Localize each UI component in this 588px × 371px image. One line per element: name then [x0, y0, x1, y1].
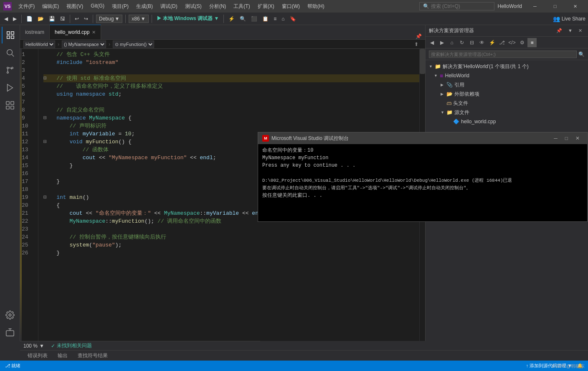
console-close[interactable]: ✕	[572, 135, 583, 142]
status-ready: 就绪	[11, 363, 20, 369]
se-pin-btn[interactable]: 📌	[554, 27, 565, 34]
activity-settings[interactable]	[2, 307, 18, 323]
collapse-all-btn[interactable]: ⬆	[411, 41, 422, 47]
se-toolbar: ◀ ▶ ⌂ ↻ ⊟ 👁 ⚡ ⎇ </> ⚙ ■	[426, 37, 588, 48]
tab-hello-world-close[interactable]: ✕	[92, 30, 96, 35]
close-button[interactable]: ✕	[565, 0, 585, 13]
activity-run[interactable]	[2, 79, 18, 96]
toolbar-save-all[interactable]: 🖫	[58, 15, 67, 23]
tree-sources[interactable]: ▼ 📁 源文件	[426, 108, 588, 117]
toolbar-forward[interactable]: ▶	[11, 15, 18, 23]
menu-ext[interactable]: 扩展(X)	[254, 1, 278, 12]
toolbar-search2[interactable]: 🔍	[238, 15, 248, 23]
se-search-icon[interactable]: 🔍	[578, 51, 585, 57]
menu-file[interactable]: 文件(F)	[15, 1, 38, 12]
se-search-input[interactable]	[429, 51, 577, 58]
se-tb-settings[interactable]: ⚙	[517, 38, 527, 47]
tree-ext-deps[interactable]: ▶ 📂 外部依赖项	[426, 89, 588, 99]
console-minimize[interactable]: ─	[550, 135, 561, 142]
tree-file-hello[interactable]: 🔷 hello_world.cpp	[426, 117, 588, 126]
se-tb-filter[interactable]: ⚡	[487, 38, 497, 47]
se-tb-home[interactable]: ⌂	[447, 38, 456, 47]
live-share-button[interactable]: 👥 Live Share	[553, 15, 585, 22]
se-tb-git[interactable]: ⎇	[497, 38, 507, 47]
menu-help[interactable]: 帮助(H)	[304, 1, 328, 12]
toolbar-bk4[interactable]: ⌂	[280, 15, 286, 23]
code-line-10: // 声明标识符	[43, 122, 419, 130]
tab-output[interactable]: 输出	[53, 351, 72, 360]
menu-build[interactable]: 生成(B)	[133, 1, 156, 12]
zoom-indicator[interactable]: 100 % ▼	[23, 343, 44, 349]
activity-remote[interactable]	[2, 324, 18, 341]
activity-search[interactable]	[2, 44, 18, 61]
tab-pin-btn[interactable]: 📌	[412, 33, 425, 39]
breadcrumb-function-select[interactable]: ⊙ myFunction()	[113, 41, 154, 48]
line-num: 10	[22, 122, 35, 130]
breadcrumb-namespace-select[interactable]: () MyNamespace	[62, 41, 106, 48]
debug-config-dropdown[interactable]: Debug ▼	[96, 15, 122, 23]
se-tb-forward[interactable]: ▶	[437, 38, 446, 47]
menu-test[interactable]: 测试(S)	[182, 1, 205, 12]
toolbar-extra[interactable]: ⚡	[227, 15, 236, 23]
tree-references[interactable]: ▶ 📎 引用	[426, 80, 588, 89]
ext-deps-icon: 📂	[446, 91, 453, 97]
menu-edit[interactable]: 编辑(E)	[39, 1, 62, 12]
toolbar-undo[interactable]: ↩	[73, 15, 81, 23]
menu-debug[interactable]: 调试(D)	[157, 1, 181, 12]
tree-project[interactable]: ▼ ■ HelloWorld	[426, 71, 588, 80]
tree-solution[interactable]: ▼ 📁 解决方案'HelloWorld'(1 个项目/共 1 个)	[426, 62, 588, 71]
headers-icon: 🗃	[446, 100, 451, 106]
tree-headers[interactable]: 🗃 头文件	[426, 99, 588, 108]
se-tb-refresh[interactable]: ↻	[457, 38, 466, 47]
toolbar-new[interactable]: 📄	[25, 15, 34, 23]
menu-window[interactable]: 窗口(W)	[279, 1, 303, 12]
activity-git[interactable]	[2, 62, 18, 79]
code-line-7	[43, 98, 419, 106]
toolbar-save[interactable]: 💾	[47, 15, 57, 23]
toolbar-back[interactable]: ◀	[3, 15, 10, 23]
toolbar-open[interactable]: 📂	[36, 15, 46, 23]
tab-hello-world[interactable]: hello_world.cpp ✕	[50, 25, 101, 39]
tab-error-list[interactable]: 错误列表	[23, 351, 52, 360]
code-line-24: // 控制台暂停，按任意键继续向后执行	[43, 233, 419, 241]
menu-analyze[interactable]: 分析(N)	[206, 1, 230, 12]
platform-dropdown[interactable]: x86 ▼	[129, 15, 148, 23]
se-tb-collapse[interactable]: ⊟	[467, 38, 476, 47]
se-tb-extra[interactable]: ■	[527, 38, 537, 47]
title-search-input[interactable]	[431, 3, 485, 9]
menu-tools[interactable]: 工具(T)	[230, 1, 253, 12]
menu-git[interactable]: Git(G)	[87, 1, 108, 12]
activity-extensions[interactable]	[2, 97, 18, 114]
line-num: 18	[22, 186, 35, 193]
title-search-box[interactable]: 🔍	[419, 2, 494, 10]
breadcrumb-project-select[interactable]: HelloWorld	[23, 41, 55, 48]
line-num: 4	[22, 74, 35, 82]
se-dropdown-btn[interactable]: ▼	[565, 27, 575, 34]
tab-find-symbol[interactable]: 查找符号结果	[74, 351, 112, 360]
toolbar-bk2[interactable]: 📋	[261, 15, 270, 23]
status-git[interactable]: ⎇ 就绪	[3, 363, 22, 369]
tab-iostream[interactable]: iostream	[20, 25, 50, 39]
se-win-buttons: 📌 ▼ ✕	[554, 27, 585, 34]
line-num: 3	[22, 66, 35, 74]
se-close-btn[interactable]: ✕	[576, 27, 585, 34]
toolbar-bk1[interactable]: ⬛	[249, 15, 259, 23]
run-button[interactable]: ▶ 本地 Windows 调试器 ▼	[155, 14, 221, 23]
se-tb-show-all[interactable]: 👁	[477, 38, 487, 47]
menu-project[interactable]: 项目(P)	[109, 1, 132, 12]
maximize-button[interactable]: □	[545, 0, 565, 13]
svg-rect-3	[7, 36, 9, 38]
project-icon: ■	[440, 72, 443, 79]
se-tb-back[interactable]: ◀	[427, 38, 436, 47]
toolbar-bk5[interactable]: 🔖	[288, 15, 298, 23]
minimize-button[interactable]: ─	[525, 0, 545, 13]
se-tb-code[interactable]: </>	[507, 38, 517, 47]
toolbar-redo[interactable]: ↪	[82, 15, 90, 23]
toolbar-bk3[interactable]: ≡	[272, 15, 278, 23]
activity-explorer[interactable]	[2, 27, 18, 43]
debug-config-label: Debug	[99, 16, 114, 22]
menu-view[interactable]: 视图(V)	[63, 1, 86, 12]
console-maximize[interactable]: □	[562, 135, 571, 142]
line-num: 16	[22, 170, 35, 178]
breadcrumb-sep2: ›	[109, 41, 110, 47]
